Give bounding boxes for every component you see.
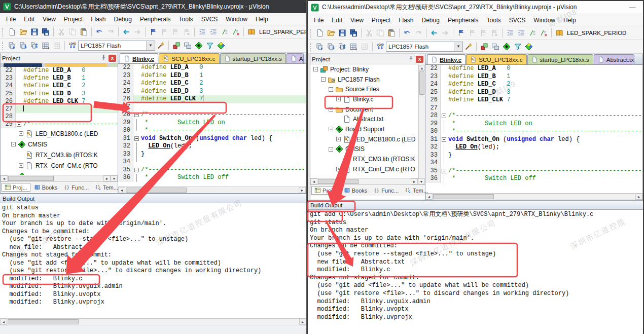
pin-icon[interactable] [100,54,107,62]
menu-item-window[interactable]: Window [529,15,559,25]
code-text[interactable]: void Switch_On (unsigned char led) { [140,135,306,143]
code-line-23[interactable]: 23#define LED_B 1 [1,75,118,82]
panel-tab-books[interactable]: Books [341,187,370,194]
code-text[interactable]: #define LED_C 2 [140,80,306,88]
manage-rte-button[interactable] [501,41,512,52]
horizontal-scrollbar[interactable]: ◄►▼ [1,175,118,181]
nav-back-button[interactable] [121,26,132,38]
code-line-22[interactable]: 22#define LED_A 0 [425,65,642,73]
panel-tab-func[interactable]: {}Func... [371,187,401,194]
tree-item-rtx_cm3[interactable]: RTX_CM3.lib (RTOS:K [310,154,425,164]
tree-item-cmsis[interactable]: -CMSIS [1,139,118,150]
code-line-30[interactable]: 30 *------------------------------------… [118,127,306,135]
book-button[interactable] [246,26,257,38]
code-text[interactable]: #define LED_CLK 7 [22,98,118,105]
menu-item-window[interactable]: Window [222,14,252,24]
code-line-29[interactable]: 29 * Switch LED on [118,119,306,127]
menu-item-tools[interactable]: Tools [175,14,197,24]
debug-button[interactable] [479,41,490,52]
editor-overlay-fragment[interactable]: 22#define LED_A 023#define LED_B 124#def… [1,67,118,128]
new-file-button[interactable] [314,27,326,39]
code-line-31[interactable]: 31void Switch_On (unsigned char led) { [425,136,642,144]
fold-margin[interactable] [133,135,140,143]
editor-code-wrap[interactable]: 22#define LED_A 023#define LED_B 124#def… [118,64,306,187]
tree-item-lpc1857[interactable]: -LPC1857 Flash [310,75,425,85]
code-line-22[interactable]: 22#define LED_A 0 [118,64,306,72]
save-button[interactable] [29,26,40,38]
code-text[interactable]: } [140,151,306,159]
fold-collapse-icon[interactable] [134,168,139,172]
collapse-icon[interactable]: - [313,67,318,71]
scroll-up-button[interactable]: ▲ [419,65,425,71]
code-text[interactable]: * Switch LED off [447,175,642,183]
tree-item-led_mcb1800[interactable]: +LED_MCB1800.c (LED [1,128,118,139]
editor-tab-scu_lpc18xxc[interactable]: SCU_LPC18xx.c [466,54,526,64]
code-text[interactable]: #define LED_A 0 [140,64,306,72]
menu-item-project[interactable]: Project [60,14,87,24]
tree-item-led_mcb1800[interactable]: +LED_MCB1800.c (LED [310,134,425,144]
menu-item-edit[interactable]: Edit [328,15,346,25]
fold-margin[interactable] [133,166,140,174]
code-text[interactable]: #define LED_D 3 [22,90,118,98]
code-text[interactable]: /*--------------------------------------… [140,111,306,119]
code-text[interactable]: *---------------------------------------… [447,128,642,136]
menu-item-debug[interactable]: Debug [418,15,444,25]
bookmark-toggle-button[interactable] [455,27,467,39]
chevron-down-icon[interactable]: ▼ [146,41,155,50]
scroll-right-button[interactable]: ► [411,178,418,184]
code-area[interactable]: 22#define LED_A 023#define LED_B 124#def… [118,64,306,182]
code-line-34[interactable]: 34 [118,158,306,166]
target-select[interactable]: LPC1857 Flash▼ [78,41,155,51]
paste-button[interactable] [78,26,89,38]
book-button[interactable] [554,27,565,39]
wand-button[interactable] [463,41,474,52]
panel-tab-func[interactable]: {}Func... [61,183,91,191]
tree-item-document[interactable]: -Document [310,104,425,115]
scroll-right-button[interactable]: ► [103,175,111,181]
tree-item-source[interactable]: -Source Files [310,84,425,94]
horizontal-scrollbar[interactable]: ◄► [118,187,306,193]
toolbar-grip[interactable] [310,29,312,38]
vertical-scrollbar[interactable]: ▲ [418,65,425,178]
fold-margin[interactable] [441,167,447,175]
fold-collapse-icon[interactable] [442,114,446,118]
code-text[interactable]: *---------------------------------------… [140,127,306,135]
uncomment-lines-button[interactable] [538,27,549,39]
code-text[interactable]: LED_On(led); [447,143,642,152]
code-line-27[interactable]: 27 [118,103,306,112]
editor-tab-startup_lpc18xxs[interactable]: startup_LPC18xx.s [220,53,286,63]
scroll-left-button[interactable]: ◄ [310,178,317,184]
packs-button[interactable] [216,40,227,51]
code-line-28[interactable]: 28 [1,113,118,121]
tree-item-project[interactable]: -Project: Blinky [310,64,425,75]
code-text[interactable] [22,105,118,113]
scroll-left-button[interactable]: ◄ [425,194,433,200]
title-bar[interactable]: C:\Users\admin\Desktop\常用文档\预研类\SVCS\apn… [0,0,306,13]
editor-tab-startup_lpc18xxs[interactable]: startup_LPC18xx.s [527,54,593,64]
collapse-icon[interactable]: - [329,107,333,112]
horizontal-scrollbar[interactable]: ◄► [425,193,642,200]
translate-button[interactable] [314,41,326,52]
paste-button[interactable] [386,27,397,39]
scroll-right-button[interactable]: ► [635,194,642,200]
menu-item-view[interactable]: View [346,15,368,25]
menu-item-file[interactable]: File [2,14,20,24]
menu-item-svcs[interactable]: SVCS [505,15,530,25]
expand-icon[interactable]: + [336,137,341,141]
bookmark-toggle-button[interactable] [148,26,159,38]
tree-item[interactable] [310,174,425,178]
tree-item-rtx_cm3[interactable]: RTX_CM3.lib (RTOS:K [1,150,118,160]
comment-lines-button[interactable] [219,26,230,38]
save-all-button[interactable] [40,26,51,38]
code-line-36[interactable]: 36 * Switch LED off [425,175,642,183]
code-text[interactable] [140,158,306,166]
toolbar-grip[interactable] [2,42,5,50]
code-line-33[interactable]: 33} [118,151,306,159]
editor-tab-blinkyc[interactable]: Blinky.c [427,54,466,64]
debug-button[interactable] [171,40,182,51]
menu-item-flash[interactable]: Flash [395,15,417,25]
panel-tab-tem[interactable]: {}Tem... [92,183,121,191]
nav-back-button[interactable] [428,27,440,39]
code-line-34[interactable]: 34 [425,159,642,167]
code-text[interactable]: #define LED_A 0 [22,67,118,75]
